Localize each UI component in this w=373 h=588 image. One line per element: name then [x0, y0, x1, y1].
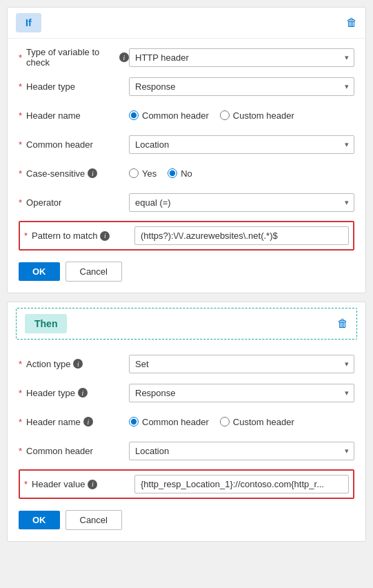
if-card: If 🗑 * Type of variable to check i HTTP … [7, 7, 366, 293]
then-common-header-row: * Common header Location Content-Type ▾ [19, 440, 354, 461]
if-cancel-button[interactable]: Cancel [65, 262, 122, 282]
then-action-type-row: * Action type i Set Delete Append ▾ [19, 353, 354, 374]
then-header-name-radio-group: Common header Custom header [129, 417, 354, 427]
if-pattern-info-icon[interactable]: i [100, 231, 110, 241]
if-common-header-select[interactable]: Location Content-Type [129, 135, 354, 154]
then-common-header-label: * Common header [19, 446, 129, 456]
if-common-header-radio-label[interactable]: Common header [129, 110, 209, 121]
required-star: * [19, 81, 22, 92]
if-common-header-select-wrapper: Location Content-Type ▾ [129, 135, 354, 154]
if-pattern-text: Pattern to match [32, 231, 97, 241]
if-case-sensitive-yes-radio[interactable] [129, 168, 139, 178]
if-case-sensitive-radio-group: Yes No [129, 168, 354, 179]
if-operator-row: * Operator equal (=) not equal (!=) ▾ [19, 192, 354, 213]
if-badge: If [16, 13, 41, 32]
then-header-name-control: Common header Custom header [129, 417, 354, 427]
type-of-variable-label: * Type of variable to check i [19, 47, 129, 68]
if-header-type-row: * Header type Response Request ▾ [19, 76, 354, 97]
then-common-header-text: Common header [26, 446, 93, 456]
if-case-sensitive-row: * Case-sensitive i Yes No [19, 163, 354, 184]
then-action-type-control: Set Delete Append ▾ [129, 355, 354, 373]
then-card-header: Then 🗑 [16, 308, 357, 340]
if-case-sensitive-text: Case-sensitive [26, 168, 85, 179]
if-header-name-control: Common header Custom header [129, 110, 354, 121]
then-header-type-select[interactable]: Response Request [129, 384, 354, 402]
required-star: * [24, 479, 28, 489]
then-header-name-info-icon[interactable]: i [83, 417, 93, 427]
then-common-header-select-wrapper: Location Content-Type ▾ [129, 442, 354, 460]
then-header-value-control [134, 475, 349, 493]
then-cancel-button[interactable]: Cancel [65, 510, 122, 530]
if-common-header-row: * Common header Location Content-Type ▾ [19, 134, 354, 155]
if-common-header-radio[interactable] [129, 110, 139, 120]
if-badge-area: If [16, 13, 41, 32]
then-action-type-info-icon[interactable]: i [73, 359, 83, 369]
required-star: * [19, 139, 22, 150]
then-header-value-row: * Header value i [19, 469, 354, 499]
if-operator-select-wrapper: equal (=) not equal (!=) ▾ [129, 193, 354, 212]
then-custom-header-radio-label[interactable]: Custom header [220, 417, 294, 427]
if-case-sensitive-no-radio[interactable] [168, 168, 177, 178]
if-button-row: OK Cancel [19, 259, 354, 284]
type-of-variable-info-icon[interactable]: i [119, 52, 129, 62]
then-common-header-radio-label[interactable]: Common header [129, 417, 209, 427]
if-header-type-text: Header type [26, 81, 75, 92]
then-header-name-text: Header name [26, 417, 81, 427]
then-common-header-radio[interactable] [129, 417, 139, 427]
then-header-type-info-icon[interactable]: i [78, 388, 88, 398]
if-header-type-control: Response Request ▾ [129, 77, 354, 96]
required-star: * [19, 168, 22, 179]
then-header-name-label: * Header name i [19, 417, 129, 427]
if-operator-text: Operator [26, 197, 61, 208]
then-card: Then 🗑 * Action type i Set Delete [7, 302, 366, 542]
required-star: * [19, 417, 22, 427]
type-of-variable-text: Type of variable to check [26, 47, 117, 68]
if-header-name-row: * Header name Common header Custom heade… [19, 105, 354, 126]
then-ok-button[interactable]: OK [19, 511, 60, 529]
if-header-name-radio-group: Common header Custom header [129, 110, 354, 121]
if-pattern-input[interactable] [134, 226, 349, 245]
if-ok-button[interactable]: OK [19, 262, 60, 281]
then-common-header-select[interactable]: Location Content-Type [129, 442, 354, 460]
then-badge-area: Then [25, 314, 67, 333]
if-delete-icon[interactable]: 🗑 [346, 17, 357, 29]
then-card-header-outer: Then 🗑 [8, 302, 365, 345]
then-common-header-control: Location Content-Type ▾ [129, 442, 354, 460]
if-header-name-label: * Header name [19, 110, 129, 121]
if-custom-header-radio[interactable] [220, 110, 230, 120]
if-case-sensitive-yes-text: Yes [142, 168, 157, 179]
then-card-body: * Action type i Set Delete Append ▾ [8, 345, 365, 541]
then-delete-icon[interactable]: 🗑 [337, 317, 348, 330]
if-common-header-text: Common header [26, 139, 93, 150]
required-star: * [19, 52, 22, 63]
if-card-header: If 🗑 [8, 8, 365, 39]
then-action-type-select[interactable]: Set Delete Append [129, 355, 354, 373]
then-header-value-input[interactable] [134, 475, 349, 493]
required-star: * [19, 388, 22, 398]
if-header-type-select-wrapper: Response Request ▾ [129, 77, 354, 96]
if-case-sensitive-info-icon[interactable]: i [88, 168, 97, 178]
required-star: * [24, 231, 28, 241]
then-header-type-text: Header type [26, 388, 75, 398]
required-star: * [19, 446, 22, 456]
if-case-sensitive-no-text: No [181, 168, 192, 179]
if-common-header-control: Location Content-Type ▾ [129, 135, 354, 154]
then-header-value-text: Header value [32, 479, 85, 489]
if-case-sensitive-label: * Case-sensitive i [19, 168, 129, 179]
then-header-value-info-icon[interactable]: i [88, 480, 97, 489]
then-custom-header-radio[interactable] [220, 417, 230, 427]
if-header-type-select[interactable]: Response Request [129, 77, 354, 96]
type-of-variable-select[interactable]: HTTP header Query string Request URI [129, 48, 354, 67]
if-header-type-label: * Header type [19, 81, 129, 92]
then-header-type-label: * Header type i [19, 388, 129, 398]
if-operator-select[interactable]: equal (=) not equal (!=) [129, 193, 354, 212]
if-common-header-label: * Common header [19, 139, 129, 150]
if-case-sensitive-yes-label[interactable]: Yes [129, 168, 157, 179]
if-case-sensitive-no-label[interactable]: No [168, 168, 192, 179]
if-operator-control: equal (=) not equal (!=) ▾ [129, 193, 354, 212]
if-header-name-text: Header name [26, 110, 81, 121]
if-custom-header-radio-label[interactable]: Custom header [220, 110, 294, 121]
then-button-row: OK Cancel [19, 507, 354, 533]
page-container: If 🗑 * Type of variable to check i HTTP … [0, 0, 373, 549]
then-header-type-row: * Header type i Response Request ▾ [19, 382, 354, 403]
